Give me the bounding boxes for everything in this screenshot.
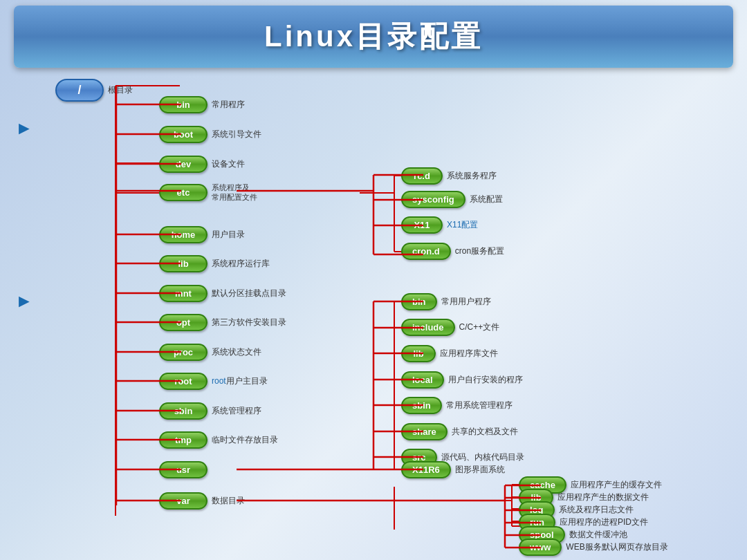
lib-node: lib 系统程序运行库 [159,255,270,272]
sbin-pill: sbin [159,402,208,420]
x11-label: X11配置 [447,219,478,231]
www-node: www WEB服务默认网页存放目录 [519,539,668,556]
mnt-pill: mnt [159,285,208,302]
local-label: 用户自行安装的程序 [448,374,523,386]
etc-pill: etc [159,184,208,201]
dev-pill: dev [159,156,208,173]
etc-node: etc 系统程序及常用配置文件 [159,183,257,203]
share-node: share 共享的文档及文件 [401,423,518,440]
root-dir-pill: root [159,373,208,390]
include-node: include C/C++文件 [401,319,499,336]
dev-label: 设备文件 [212,158,245,170]
header: Linux目录配置 [14,6,733,68]
sysconfig-pill: sysconfig [401,191,465,208]
root-dir-node: root root用户主目录 [159,373,268,390]
usr-sbin-node: sbin 常用系统管理程序 [401,397,513,414]
arrow-2: ► [15,290,33,312]
mnt-node: mnt 默认分区挂载点目录 [159,285,286,302]
boot-node: boot 系统引导文件 [159,126,261,143]
bin-node: bin 常用程序 [159,96,245,113]
tmp-pill: tmp [159,431,208,449]
usr-lib-node: lib 应用程序库文件 [401,345,498,362]
x11r6-pill: X11R6 [401,461,451,478]
usr-lib-pill: lib [401,345,436,362]
home-pill: home [159,226,208,243]
proc-label: 系统状态文件 [212,346,261,358]
tmp-label: 临时文件存放目录 [212,434,278,446]
etc-label: 系统程序及常用配置文件 [212,183,257,203]
www-pill: www [519,539,562,556]
dev-node: dev 设备文件 [159,156,245,173]
sysconfig-label: 系统配置 [470,194,503,205]
x11-node: X11 X11配置 [401,216,478,234]
root-node: / 根目录 [55,79,133,102]
sbin-label: 系统管理程序 [212,405,261,417]
mnt-label: 默认分区挂载点目录 [212,288,286,299]
rcd-pill: rc.d [401,167,443,185]
sysconfig-node: sysconfig 系统配置 [401,191,503,208]
home-node: home 用户目录 [159,226,245,243]
usr-sbin-pill: sbin [401,397,442,414]
boot-label: 系统引导文件 [212,129,261,140]
usr-pill: usr [159,461,208,478]
usr-node: usr [159,461,208,478]
home-label: 用户目录 [212,229,245,241]
var-node: var 数据目录 [159,492,245,510]
tmp-node: tmp 临时文件存放目录 [159,431,278,449]
root-dir-label: root用户主目录 [212,375,268,387]
proc-node: proc 系统状态文件 [159,344,261,361]
opt-label: 第三方软件安装目录 [212,317,286,328]
usr-bin-node: bin 常用用户程序 [401,293,491,310]
include-label: C/C++文件 [459,321,500,333]
var-pill: var [159,492,208,510]
arrow-1: ► [15,118,33,139]
var-label: 数据目录 [212,495,245,507]
share-label: 共享的文档及文件 [452,426,518,438]
local-pill: local [401,371,444,389]
opt-node: opt 第三方软件安装目录 [159,314,286,331]
proc-pill: proc [159,344,208,361]
bin-pill: bin [159,96,208,113]
share-pill: share [401,423,448,440]
opt-pill: opt [159,314,208,331]
page-title: Linux目录配置 [264,17,483,56]
crond-node: cron.d cron服务配置 [401,243,504,260]
lib-pill: lib [159,255,208,272]
x11r6-label: 图形界面系统 [455,464,505,476]
crond-label: cron服务配置 [455,245,504,257]
crond-pill: cron.d [401,243,451,260]
bin-label: 常用程序 [212,99,245,111]
sbin-node: sbin 系统管理程序 [159,402,261,420]
x11-pill: X11 [401,216,443,234]
rcd-node: rc.d 系统服务程序 [401,167,497,185]
include-pill: include [401,319,455,336]
directory-tree: / 根目录 bin 常用程序 boot 系统引导文件 dev 设备文件 etc … [35,73,747,536]
local-node: local 用户自行安装的程序 [401,371,523,389]
usr-lib-label: 应用程序库文件 [440,348,498,360]
usr-bin-label: 常用用户程序 [441,296,491,308]
boot-pill: boot [159,126,208,143]
root-pill: / [55,79,104,102]
rcd-label: 系统服务程序 [447,170,497,182]
lib-label: 系统程序运行库 [212,258,270,270]
www-label: WEB服务默认网页存放目录 [566,541,667,553]
x11r6-node: X11R6 图形界面系统 [401,461,505,478]
root-label: 根目录 [108,84,133,96]
usr-sbin-label: 常用系统管理程序 [446,400,513,411]
usr-bin-pill: bin [401,293,437,310]
